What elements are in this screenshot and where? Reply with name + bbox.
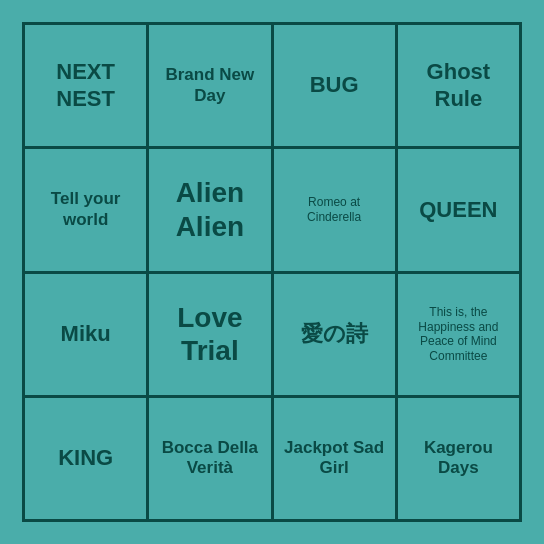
cell-label-c6: Alien Alien xyxy=(155,176,264,243)
cell-c13: KING xyxy=(25,398,146,519)
cell-label-c13: KING xyxy=(58,445,113,471)
cell-c5: Tell your world xyxy=(25,149,146,270)
cell-c16: Kagerou Days xyxy=(398,398,519,519)
cell-label-c4: Ghost Rule xyxy=(404,59,513,112)
cell-label-c5: Tell your world xyxy=(31,189,140,230)
cell-c6: Alien Alien xyxy=(149,149,270,270)
cell-c2: Brand New Day xyxy=(149,25,270,146)
cell-c4: Ghost Rule xyxy=(398,25,519,146)
cell-c12: This is, the Happiness and Peace of Mind… xyxy=(398,274,519,395)
cell-c3: BUG xyxy=(274,25,395,146)
cell-label-c14: Bocca Della Verità xyxy=(155,438,264,479)
cell-label-c10: Love Trial xyxy=(155,301,264,368)
cell-c10: Love Trial xyxy=(149,274,270,395)
cell-label-c1: NEXT NEST xyxy=(31,59,140,112)
cell-label-c7: Romeo at Cinderella xyxy=(280,195,389,224)
bingo-board: NEXT NESTBrand New DayBUGGhost RuleTell … xyxy=(22,22,522,522)
cell-c1: NEXT NEST xyxy=(25,25,146,146)
cell-label-c9: Miku xyxy=(61,321,111,347)
cell-c8: QUEEN xyxy=(398,149,519,270)
cell-c7: Romeo at Cinderella xyxy=(274,149,395,270)
cell-label-c8: QUEEN xyxy=(419,197,497,223)
cell-label-c2: Brand New Day xyxy=(155,65,264,106)
cell-c9: Miku xyxy=(25,274,146,395)
cell-label-c3: BUG xyxy=(310,72,359,98)
cell-label-c16: Kagerou Days xyxy=(404,438,513,479)
cell-label-c11: 愛の詩 xyxy=(301,321,368,347)
cell-c11: 愛の詩 xyxy=(274,274,395,395)
cell-c15: Jackpot Sad Girl xyxy=(274,398,395,519)
cell-c14: Bocca Della Verità xyxy=(149,398,270,519)
cell-label-c12: This is, the Happiness and Peace of Mind… xyxy=(404,305,513,363)
cell-label-c15: Jackpot Sad Girl xyxy=(280,438,389,479)
